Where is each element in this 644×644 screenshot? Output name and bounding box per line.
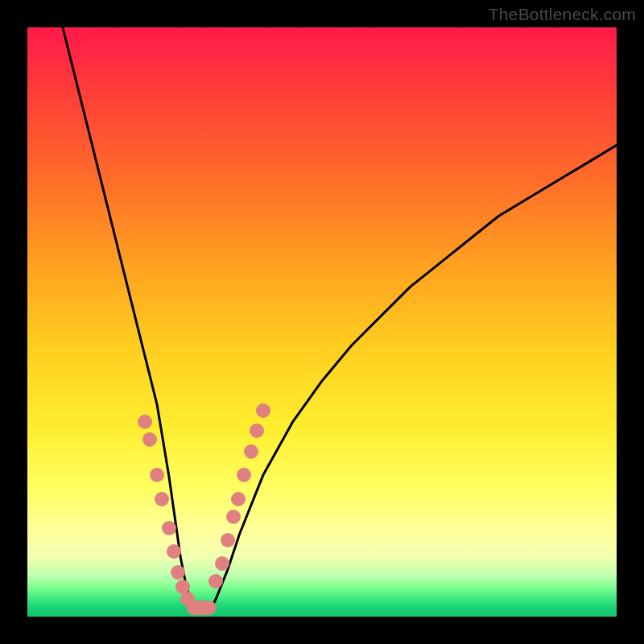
data-marker xyxy=(155,492,169,506)
data-marker xyxy=(150,468,164,482)
data-marker xyxy=(231,492,246,506)
data-marker xyxy=(256,403,270,418)
data-marker xyxy=(138,415,152,429)
curve-svg xyxy=(27,27,617,617)
data-marker xyxy=(215,556,229,571)
data-marker xyxy=(244,444,258,459)
watermark-label: TheBottleneck.com xyxy=(489,5,636,24)
bottleneck-curve xyxy=(63,27,617,611)
data-marker xyxy=(142,432,157,447)
chart-frame: TheBottleneck.com xyxy=(0,0,644,644)
data-marker xyxy=(221,533,235,547)
data-marker xyxy=(226,510,241,524)
data-marker xyxy=(208,574,223,588)
data-marker xyxy=(162,521,176,535)
minimum-bar xyxy=(187,601,217,615)
data-marker xyxy=(171,565,185,580)
plot-area xyxy=(27,27,617,617)
data-marker xyxy=(237,468,251,482)
data-marker xyxy=(250,423,264,438)
data-marker xyxy=(167,544,181,559)
